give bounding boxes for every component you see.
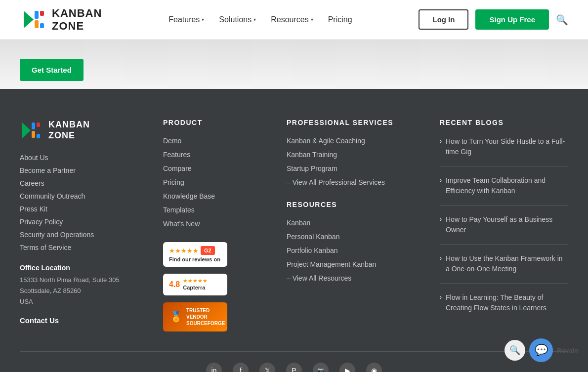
svg-rect-4 (40, 23, 44, 28)
facebook-icon[interactable]: f (233, 363, 249, 372)
footer-col-blogs: RECENT BLOGS › How to Turn Your Side Hus… (440, 119, 568, 331)
capterra-badge[interactable]: 4.8 ★★★★★ Capterra (163, 274, 227, 295)
nav-features[interactable]: Features ▾ (168, 15, 204, 24)
capterra-label: Capterra (183, 284, 208, 291)
footer-col-about: KANBANZONE About Us Become a Partner Car… (20, 119, 148, 331)
training-link[interactable]: Kanban Training (287, 151, 337, 159)
privacy-link[interactable]: Privacy Policy (20, 218, 63, 226)
demo-link[interactable]: Demo (163, 137, 181, 145)
chevron-down-icon: ▾ (311, 17, 313, 22)
list-item: Personal Kanban (287, 232, 425, 241)
svg-rect-2 (35, 20, 39, 28)
revain-label: Revain (557, 347, 578, 354)
product-section-title: PRODUCT (163, 119, 272, 126)
list-item: Kanban (287, 218, 425, 227)
pro-services-links: Kanban & Agile Coaching Kanban Training … (287, 136, 425, 187)
partner-link[interactable]: Become a Partner (20, 166, 76, 174)
coaching-link[interactable]: Kanban & Agile Coaching (287, 137, 365, 145)
list-item: Privacy Policy (20, 217, 148, 226)
nav-links: Features ▾ Solutions ▾ Resources ▾ Prici… (168, 15, 352, 24)
terms-link[interactable]: Terms of Service (20, 244, 71, 251)
rss-icon[interactable]: ◉ (366, 363, 382, 372)
compare-link[interactable]: Compare (163, 165, 192, 172)
press-kit-link[interactable]: Press Kit (20, 205, 47, 213)
arrow-icon: › (440, 294, 442, 301)
pm-kanban-link[interactable]: Project Management Kanban (287, 260, 376, 268)
careers-link[interactable]: Careers (20, 179, 44, 187)
office-address: 15333 North Pima Road, Suite 305 Scottsd… (20, 275, 148, 307)
footer-bottom: in f 𝕏 P 📷 ▶ ◉ © Copyright 2016-2022 Kan… (20, 351, 568, 372)
product-links: Demo Features Compare Pricing Knowledge … (163, 136, 272, 228)
nav-solutions[interactable]: Solutions ▾ (219, 15, 256, 24)
g2-badge[interactable]: ★★★★★ G2 Find our reviews on (163, 242, 227, 267)
nav-pricing[interactable]: Pricing (328, 15, 352, 24)
list-item: Kanban & Agile Coaching (287, 136, 425, 145)
list-item: Kanban Training (287, 150, 425, 159)
list-item: Terms of Service (20, 243, 148, 252)
blog-link-1[interactable]: How to Turn Your Side Hustle to a Full-t… (446, 136, 568, 157)
list-item: Startup Program (287, 164, 425, 173)
blog-link-3[interactable]: How to Pay Yourself as a Business Owner (446, 214, 568, 235)
community-link[interactable]: Community Outreach (20, 192, 85, 200)
whats-new-link[interactable]: What's New (163, 220, 200, 228)
logo[interactable]: KANBANZONE (20, 6, 102, 33)
capterra-content: 4.8 ★★★★★ Capterra (169, 278, 208, 291)
signup-button[interactable]: Sign Up Free (475, 9, 549, 30)
svg-marker-0 (24, 11, 34, 28)
social-icons: in f 𝕏 P 📷 ▶ ◉ (40, 363, 548, 372)
about-us-link[interactable]: About Us (20, 154, 48, 162)
arrow-icon: › (440, 255, 442, 262)
footer-logo[interactable]: KANBANZONE (20, 119, 148, 142)
security-link[interactable]: Security and Operations (20, 231, 94, 239)
list-item: Careers (20, 179, 148, 188)
blog-item-3: › How to Pay Yourself as a Business Owne… (440, 214, 568, 245)
twitter-icon[interactable]: 𝕏 (259, 363, 275, 372)
footer: KANBANZONE About Us Become a Partner Car… (0, 89, 588, 372)
kanban-link[interactable]: Kanban (287, 219, 310, 227)
features-link[interactable]: Features (163, 151, 190, 159)
svg-marker-5 (22, 123, 31, 138)
svg-rect-8 (37, 123, 40, 127)
templates-link[interactable]: Templates (163, 206, 195, 214)
startup-link[interactable]: Startup Program (287, 165, 337, 172)
knowledge-base-link[interactable]: Knowledge Base (163, 192, 215, 200)
blog-link-2[interactable]: Improve Team Collaboration and Efficienc… (446, 175, 568, 196)
revain-search-icon[interactable]: 🔍 (504, 340, 525, 361)
list-item: Community Outreach (20, 192, 148, 201)
list-item: About Us (20, 153, 148, 162)
list-item: What's New (163, 219, 272, 228)
pinterest-icon[interactable]: P (286, 363, 302, 372)
linkedin-icon[interactable]: in (206, 363, 222, 372)
list-item: Become a Partner (20, 166, 148, 175)
blog-link-4[interactable]: How to Use the Kanban Framework in a One… (446, 253, 568, 274)
view-all-res-link[interactable]: – View All Resources (287, 274, 351, 282)
list-item: Portfolio Kanban (287, 246, 425, 255)
instagram-icon[interactable]: 📷 (313, 363, 329, 372)
pricing-link[interactable]: Pricing (163, 178, 184, 186)
sourceforge-badge[interactable]: 🏅 TRUSTED VENDOR SOURCEFORGE (163, 302, 227, 331)
list-item: Compare (163, 164, 272, 173)
arrow-icon: › (440, 177, 442, 184)
search-icon[interactable]: 🔍 (556, 14, 568, 26)
resources-links: Kanban Personal Kanban Portfolio Kanban … (287, 218, 425, 283)
list-item: Project Management Kanban (287, 260, 425, 269)
footer-about-links: About Us Become a Partner Careers Commun… (20, 153, 148, 252)
blog-link-5[interactable]: Flow in Learning: The Beauty of Creating… (446, 292, 568, 313)
nav-resources[interactable]: Resources ▾ (271, 15, 313, 24)
portfolio-kanban-link[interactable]: Portfolio Kanban (287, 247, 338, 254)
hero-strip: Get Started (0, 40, 588, 89)
login-button[interactable]: Log In (419, 9, 468, 30)
personal-kanban-link[interactable]: Personal Kanban (287, 233, 339, 241)
pro-services-title: PROFESSIONAL SERVICES (287, 119, 425, 126)
view-all-pro-link[interactable]: – View All Professional Services (287, 178, 385, 186)
arrow-icon: › (440, 138, 442, 145)
revain-chat-icon[interactable]: 💬 (529, 338, 553, 362)
hero-cta-button[interactable]: Get Started (20, 59, 84, 81)
contact-us-link[interactable]: Contact Us (20, 316, 59, 325)
blog-item-5: › Flow in Learning: The Beauty of Creati… (440, 292, 568, 322)
navbar: KANBANZONE Features ▾ Solutions ▾ Resour… (0, 0, 588, 40)
g2-content: ★★★★★ G2 Find our reviews on (169, 246, 220, 263)
list-item: – View All Professional Services (287, 178, 425, 187)
arrow-icon: › (440, 216, 442, 223)
youtube-icon[interactable]: ▶ (339, 363, 355, 372)
